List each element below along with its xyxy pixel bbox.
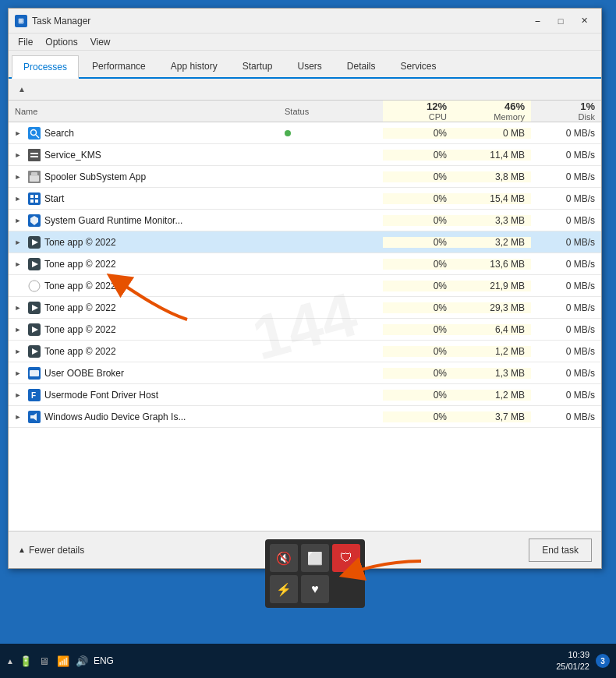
process-icon: F: [27, 388, 41, 402]
table-row[interactable]: ► Search 0% 0 MB 0 MB/s: [9, 122, 601, 144]
expand-icon[interactable]: ►: [12, 258, 24, 270]
expand-icon[interactable]: ►: [12, 367, 24, 380]
svg-rect-9: [28, 192, 41, 205]
taskbar: ▲ 🔋 🖥 📶 🔊 ENG 10:39 25/01/22 3: [0, 644, 616, 678]
expand-icon[interactable]: ►: [12, 214, 24, 227]
popup-bolt-button[interactable]: ⚡: [270, 575, 298, 603]
process-name: Start: [44, 193, 281, 204]
popup-shield-button[interactable]: 🛡: [332, 544, 360, 572]
svg-rect-4: [30, 153, 38, 154]
expand-icon[interactable]: ►: [12, 389, 24, 401]
col-header-name[interactable]: Name: [9, 106, 281, 117]
process-disk: 0 MB/s: [531, 411, 601, 422]
menu-bar: File Options View: [9, 34, 601, 51]
expand-icon[interactable]: ►: [12, 411, 24, 423]
tab-processes[interactable]: Processes: [12, 55, 79, 79]
table-row[interactable]: ► Tone app © 2022 0% 29,3 MB 0 MB/s: [9, 297, 601, 319]
col-header-status[interactable]: Status: [281, 106, 383, 117]
popup-window-button[interactable]: ⬜: [301, 544, 329, 572]
popup-bottom-row: ⚡ ♥: [270, 575, 360, 603]
expand-icon[interactable]: ►: [12, 192, 24, 205]
process-icon: [27, 279, 41, 293]
end-task-button[interactable]: End task: [529, 539, 592, 562]
minimize-button[interactable]: ‒: [526, 12, 548, 30]
expand-icon[interactable]: ►: [12, 302, 24, 314]
table-row[interactable]: ► Tone app © 2022 0% 6,4 MB 0 MB/s: [9, 319, 601, 341]
task-manager-window: ⊞ Task Manager ‒ □ ✕ File Options View P…: [8, 8, 602, 569]
taskbar-badge: 3: [596, 654, 610, 668]
process-disk: 0 MB/s: [531, 215, 601, 226]
process-icon: [27, 192, 41, 206]
maximize-button[interactable]: □: [550, 12, 572, 30]
process-memory: 3,2 MB: [453, 237, 531, 248]
window-title: Task Manager: [32, 16, 526, 26]
expand-icon[interactable]: ►: [12, 236, 24, 249]
popup-heart-button[interactable]: ♥: [301, 575, 329, 603]
process-name: Tone app © 2022: [44, 259, 281, 270]
popup-overlay: 🔇 ⬜ 🛡 ⚡ ♥: [265, 539, 365, 608]
table-row[interactable]: ► Tone app © 2022 0% 1,2 MB 0 MB/s: [9, 341, 601, 362]
expand-icon[interactable]: ►: [12, 345, 24, 358]
sort-row: ▲: [9, 79, 601, 101]
close-button[interactable]: ✕: [573, 12, 595, 30]
process-icon: [27, 126, 41, 140]
table-row[interactable]: ► Windows Audio Device Graph Is... 0% 3,…: [9, 406, 601, 428]
tab-users[interactable]: Users: [285, 54, 333, 77]
process-disk: 0 MB/s: [531, 281, 601, 291]
table-row[interactable]: ► F Usermode Font Driver Host 0% 1,2 MB …: [9, 384, 601, 406]
column-headers: Name Status 12% CPU 46% Memory 1% Disk: [9, 101, 601, 122]
table-row[interactable]: ► User OOBE Broker 0% 1,3 MB 0 MB/s: [9, 362, 601, 384]
process-name: Tone app © 2022: [44, 237, 281, 248]
process-icon: [27, 148, 41, 162]
process-disk: 0 MB/s: [531, 171, 601, 182]
process-disk: 0 MB/s: [531, 150, 601, 161]
menu-view[interactable]: View: [84, 35, 117, 49]
process-memory: 11,4 MB: [453, 150, 531, 161]
table-row[interactable]: ► Tone app © 2022 0% 3,2 MB 0 MB/s: [9, 231, 601, 253]
svg-rect-10: [30, 195, 34, 198]
process-name: Tone app © 2022: [44, 324, 281, 335]
col-header-cpu[interactable]: 12% CPU: [383, 101, 453, 122]
table-row[interactable]: ► System Guard Runtime Monitor... 0% 3,3…: [9, 210, 601, 231]
taskbar-datetime: 10:39 25/01/22: [556, 649, 589, 673]
table-row[interactable]: ► Service_KMS 0% 11,4 MB 0 MB/s: [9, 144, 601, 166]
expand-icon[interactable]: ►: [12, 127, 24, 139]
table-row[interactable]: ► Tone app © 2022 0% 13,6 MB 0 MB/s: [9, 253, 601, 275]
tab-details[interactable]: Details: [335, 54, 388, 77]
tab-performance[interactable]: Performance: [80, 54, 158, 77]
process-disk: 0 MB/s: [531, 390, 601, 401]
process-name: System Guard Runtime Monitor...: [44, 215, 281, 226]
process-memory: 1,2 MB: [453, 390, 531, 401]
fewer-details-icon: ▲: [18, 546, 26, 554]
taskbar-volume-icon: 🔊: [75, 654, 89, 668]
table-row[interactable]: Tone app © 2022 0% 21,9 MB 0 MB/s: [9, 275, 601, 297]
process-status: [281, 130, 383, 136]
process-cpu: 0%: [383, 193, 453, 204]
expand-icon[interactable]: ►: [12, 323, 24, 336]
expand-icon[interactable]: [12, 280, 24, 292]
process-disk: 0 MB/s: [531, 346, 601, 357]
process-table[interactable]: 144 ► Search 0% 0 MB 0 MB/s ► Service_KM…: [9, 122, 601, 531]
tab-app-history[interactable]: App history: [159, 54, 229, 77]
expand-icon[interactable]: ►: [12, 149, 24, 161]
svg-rect-3: [28, 149, 41, 161]
process-disk: 0 MB/s: [531, 259, 601, 270]
expand-icon[interactable]: ►: [12, 171, 24, 183]
popup-mute-button[interactable]: 🔇: [270, 544, 298, 572]
menu-file[interactable]: File: [12, 35, 39, 49]
process-icon: [27, 366, 41, 380]
taskbar-chevron-icon: ▲: [6, 657, 14, 666]
process-name: Windows Audio Device Graph Is...: [44, 411, 281, 422]
process-name: User OOBE Broker: [44, 368, 281, 379]
table-row[interactable]: ► Spooler SubSystem App 0% 3,8 MB 0 MB/s: [9, 166, 601, 188]
menu-options[interactable]: Options: [39, 35, 83, 49]
app-icon: ⊞: [15, 15, 27, 27]
tab-startup[interactable]: Startup: [231, 54, 285, 77]
table-row[interactable]: ► Start 0% 15,4 MB 0 MB/s: [9, 188, 601, 210]
taskbar-icons: 🔋 🖥 📶 🔊 ENG: [19, 654, 556, 668]
col-header-memory[interactable]: 46% Memory: [453, 101, 531, 122]
col-header-disk[interactable]: 1% Disk: [531, 101, 601, 122]
process-memory: 3,3 MB: [453, 215, 531, 226]
fewer-details-button[interactable]: ▲ Fewer details: [18, 545, 84, 556]
tab-services[interactable]: Services: [389, 54, 448, 77]
